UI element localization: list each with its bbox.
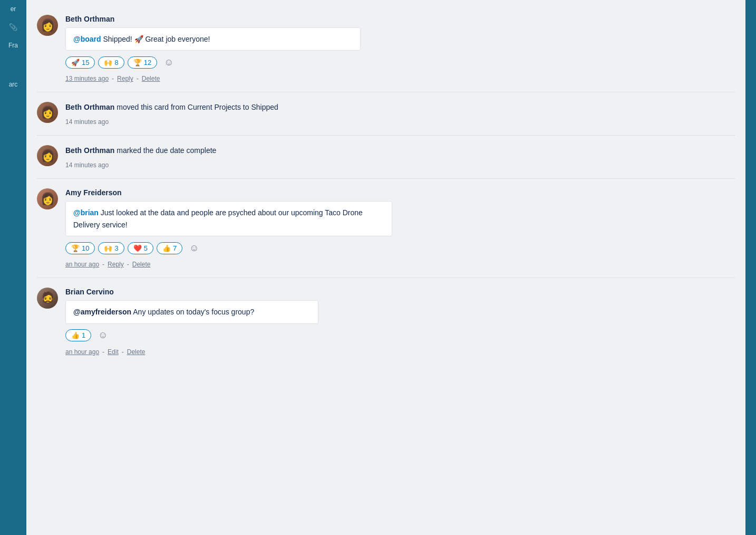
comment-body-amy: Amy Freiderson @brian Just looked at the… <box>65 188 735 268</box>
action-links-beth: 13 minutes ago - Reply - Delete <box>65 75 735 82</box>
reaction-trophy-amy[interactable]: 🏆 10 <box>65 242 95 254</box>
comment-text-amy: Just looked at the data and people are p… <box>73 208 363 228</box>
activity-item-duedate: 👩 Beth Orthman marked the due date compl… <box>37 136 735 179</box>
delete-button-brian[interactable]: Delete <box>127 348 146 356</box>
avatar-amy: 👩 <box>37 188 58 209</box>
avatar-beth-duedate: 👩 <box>37 145 58 166</box>
action-links-amy: an hour ago - Reply - Delete <box>65 261 735 268</box>
mention-amyfreiderson: @amyfreiderson <box>73 308 131 316</box>
time-brian: an hour ago <box>65 348 99 356</box>
activity-item-brian: 🧔 Brian Cervino @amyfreiderson Any updat… <box>37 278 735 365</box>
add-reaction-icon-amy: ☺ <box>189 243 199 254</box>
reaction-thumbsup-brian[interactable]: 👍 1 <box>65 329 91 341</box>
author-name-amy: Amy Freiderson <box>65 188 735 197</box>
reaction-raised-hands[interactable]: 🙌 8 <box>98 56 124 69</box>
mention-board: @board <box>73 35 101 43</box>
comment-text-beth: Shipped! 🚀 Great job everyone! <box>101 35 210 43</box>
sidebar-label-1: er <box>11 5 16 13</box>
reply-button-beth[interactable]: Reply <box>117 75 133 82</box>
reactions-row-beth: 🚀 15 🙌 8 🏆 12 ☺ <box>65 55 735 70</box>
activity-item: 👩 Beth Orthman @board Shipped! 🚀 Great j… <box>37 5 735 92</box>
add-reaction-button-beth[interactable]: ☺ <box>160 55 177 70</box>
activity-item-moved: 👩 Beth Orthman moved this card from Curr… <box>37 92 735 136</box>
reaction-trophy-emoji-amy: 🏆 <box>71 244 80 252</box>
avatar-beth-moved: 👩 <box>37 102 58 123</box>
comment-bubble-brian: @amyfreiderson Any updates on today's fo… <box>65 300 318 323</box>
add-reaction-button-brian[interactable]: ☺ <box>94 328 111 343</box>
reaction-trophy[interactable]: 🏆 12 <box>128 56 157 69</box>
action-links-brian: an hour ago - Edit - Delete <box>65 348 735 356</box>
main-content: 👩 Beth Orthman @board Shipped! 🚀 Great j… <box>26 0 745 535</box>
time-amy: an hour ago <box>65 261 99 268</box>
reaction-thumbsup-amy[interactable]: 👍 7 <box>157 242 182 254</box>
reaction-thumbsup-emoji-amy: 👍 <box>162 244 171 252</box>
activity-text-duedate: Beth Orthman marked the due date complet… <box>65 145 735 156</box>
time-beth: 13 minutes ago <box>65 75 109 82</box>
reaction-thumbsup-count-amy: 7 <box>173 244 177 252</box>
reaction-rocket[interactable]: 🚀 15 <box>65 56 95 69</box>
comment-bubble-amy: @brian Just looked at the data and peopl… <box>65 201 392 236</box>
activity-time-duedate: 14 minutes ago <box>65 161 735 169</box>
mention-brian: @brian <box>73 208 99 217</box>
reaction-hands-count: 8 <box>114 59 118 66</box>
activity-list: 👩 Beth Orthman @board Shipped! 🚀 Great j… <box>37 5 735 365</box>
reaction-thumbsup-count-brian: 1 <box>82 331 85 339</box>
sidebar-attachment-icon: 📎 <box>9 23 17 31</box>
reaction-trophy-count-amy: 10 <box>82 244 89 252</box>
comment-body-brian: Brian Cervino @amyfreiderson Any updates… <box>65 288 735 355</box>
sidebar-label-3: arc <box>9 81 18 88</box>
delete-button-beth[interactable]: Delete <box>142 75 160 82</box>
add-reaction-icon-beth: ☺ <box>164 57 173 68</box>
activity-body-duedate: Beth Orthman marked the due date complet… <box>65 145 735 169</box>
comment-text-brian: Any updates on today's focus group? <box>131 308 254 316</box>
reaction-hands-emoji: 🙌 <box>104 59 112 66</box>
activity-text-moved: Beth Orthman moved this card from Curren… <box>65 102 735 113</box>
activity-body-moved: Beth Orthman moved this card from Curren… <box>65 102 735 126</box>
activity-item-amy: 👩 Amy Freiderson @brian Just looked at t… <box>37 179 735 278</box>
reaction-heart-amy[interactable]: ❤️ 5 <box>128 242 153 254</box>
reaction-hands-emoji-amy: 🙌 <box>104 244 112 252</box>
avatar-brian: 🧔 <box>37 288 58 309</box>
activity-time-moved: 14 minutes ago <box>65 118 735 126</box>
reaction-trophy-count: 12 <box>144 59 151 66</box>
author-name-beth: Beth Orthman <box>65 15 735 23</box>
reaction-rocket-count: 15 <box>82 59 89 66</box>
left-sidebar: er 📎 Fra arc <box>0 0 26 535</box>
reactions-row-amy: 🏆 10 🙌 3 ❤️ 5 👍 7 <box>65 241 735 255</box>
add-reaction-icon-brian: ☺ <box>98 330 108 341</box>
add-reaction-button-amy[interactable]: ☺ <box>186 241 202 255</box>
delete-button-amy[interactable]: Delete <box>132 261 151 268</box>
comment-bubble-beth: @board Shipped! 🚀 Great job everyone! <box>65 27 361 51</box>
comment-body-beth: Beth Orthman @board Shipped! 🚀 Great job… <box>65 15 735 82</box>
reactions-row-brian: 👍 1 ☺ <box>65 328 735 343</box>
author-name-brian: Brian Cervino <box>65 288 735 296</box>
reaction-heart-count-amy: 5 <box>144 244 148 252</box>
avatar-beth: 👩 <box>37 15 58 36</box>
reaction-trophy-emoji: 🏆 <box>133 59 142 66</box>
right-sidebar <box>745 0 756 535</box>
sidebar-label-2: Fra <box>8 42 18 49</box>
edit-button-brian[interactable]: Edit <box>108 348 119 356</box>
reaction-thumbsup-emoji-brian: 👍 <box>71 331 80 339</box>
reply-button-amy[interactable]: Reply <box>108 261 124 268</box>
reaction-hands-amy[interactable]: 🙌 3 <box>98 242 124 254</box>
reaction-heart-emoji-amy: ❤️ <box>133 244 142 252</box>
reaction-rocket-emoji: 🚀 <box>71 59 80 66</box>
reaction-hands-count-amy: 3 <box>114 244 118 252</box>
